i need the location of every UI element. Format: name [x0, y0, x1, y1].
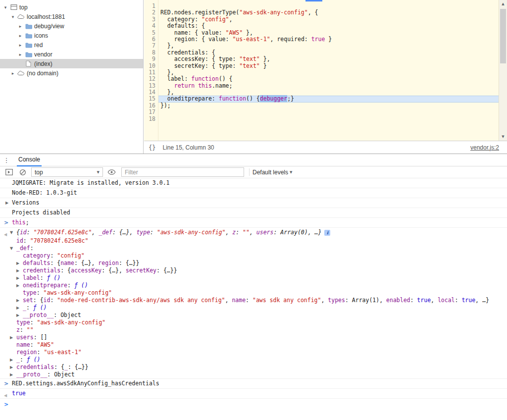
- code-line: ​: [158, 3, 499, 9]
- line-number[interactable]: 16: [144, 103, 158, 109]
- navigator-item-vendor[interactable]: ▸vendor: [0, 50, 143, 59]
- navigator-item-index[interactable]: (index): [0, 59, 143, 68]
- line-number[interactable]: 4: [144, 23, 158, 29]
- code-line: });: [158, 103, 499, 109]
- navigator-item-icons[interactable]: ▸icons: [0, 31, 143, 40]
- chevron-down-icon: ▼: [95, 170, 100, 174]
- line-number[interactable]: 18: [144, 116, 158, 122]
- console-tree-row: z: "": [0, 326, 507, 334]
- line-number[interactable]: 2: [144, 9, 158, 16]
- expand-icon[interactable]: ▸: [17, 24, 24, 29]
- expand-icon[interactable]: ▶: [16, 297, 23, 304]
- line-number[interactable]: 13: [144, 83, 158, 89]
- code-editor[interactable]: 123456789101112131415161718 ​RED.nodes.r…: [144, 0, 507, 141]
- prompt-chevron-icon: >: [4, 401, 8, 408]
- navigator-item-debug-view[interactable]: ▸debug/view: [0, 21, 143, 31]
- collapse-icon[interactable]: ▼: [10, 245, 16, 252]
- file-link[interactable]: vendor.js:2: [470, 144, 499, 151]
- expand-icon[interactable]: ▶: [10, 334, 16, 341]
- line-number[interactable]: 3: [144, 16, 158, 23]
- line-number[interactable]: 8: [144, 50, 158, 56]
- context-selected-label: top: [35, 169, 43, 176]
- console-tree-row: ▶users: []: [0, 334, 507, 341]
- filter-input[interactable]: [121, 167, 244, 177]
- active-tab-indicator: [305, 0, 322, 1]
- line-number[interactable]: 15: [144, 96, 158, 102]
- folder-icon: [24, 52, 33, 57]
- console-panel: ⋮ Console top ▼ Default levels ▼: [0, 154, 507, 420]
- line-number[interactable]: 6: [144, 36, 158, 43]
- console-result: ◀▼{id: "7078024f.625e8c", _def: {…}, typ…: [0, 228, 507, 237]
- console-tree-row: ▶set: {id: "node-red-contrib-aws-sdk-any…: [0, 297, 507, 304]
- line-number[interactable]: 9: [144, 56, 158, 62]
- expand-icon[interactable]: ▶: [10, 364, 16, 371]
- collapse-icon[interactable]: ▼: [10, 229, 16, 236]
- message-text: id: "7078024f.625e8c": [16, 237, 88, 244]
- line-number[interactable]: 5: [144, 30, 158, 36]
- expand-icon[interactable]: ▶: [16, 282, 23, 289]
- code-line: accessKey: { type: "text" },: [158, 56, 499, 62]
- scroll-up-icon[interactable]: ▲: [499, 0, 507, 8]
- navigator-item-label: vendor: [33, 51, 52, 58]
- line-number[interactable]: 12: [144, 76, 158, 82]
- console-tabbar: ⋮ Console: [0, 154, 507, 166]
- line-number[interactable]: 10: [144, 63, 158, 69]
- console-sidebar-icon[interactable]: [3, 167, 14, 177]
- expand-icon[interactable]: ▸: [17, 33, 24, 38]
- line-number[interactable]: 1: [144, 3, 158, 9]
- message-text: set: {id: "node-red-contrib-aws-sdk-any/…: [23, 297, 489, 304]
- message-text: _def:: [16, 245, 34, 252]
- navigator-tree: ▾top▾localhost:1881▸debug/view▸icons▸red…: [0, 2, 143, 78]
- expand-icon[interactable]: ▸: [9, 71, 16, 76]
- message-text: credentials: {_: {…}}: [16, 364, 88, 370]
- collapse-icon[interactable]: ▾: [9, 14, 16, 19]
- expand-icon[interactable]: ▶: [16, 274, 23, 282]
- line-number[interactable]: 17: [144, 109, 158, 115]
- scrollbar-thumb[interactable]: [500, 9, 506, 63]
- expand-icon[interactable]: ▶: [16, 312, 23, 319]
- code-line: ​: [158, 116, 499, 122]
- tab-console[interactable]: Console: [17, 154, 42, 166]
- clear-console-icon[interactable]: [17, 167, 28, 177]
- navigator-item-red[interactable]: ▸red: [0, 40, 143, 50]
- code-line: name: { value: "AWS" },: [158, 30, 499, 36]
- context-selector[interactable]: top ▼: [31, 167, 103, 177]
- scroll-down-icon[interactable]: ▼: [499, 133, 507, 141]
- collapse-icon[interactable]: ▾: [2, 5, 9, 10]
- info-icon[interactable]: i: [324, 230, 330, 236]
- console-tree-row: ▶_: ƒ (): [0, 304, 507, 312]
- command-chevron-icon: >: [4, 380, 8, 387]
- navigator-item-localhost-1881[interactable]: ▾localhost:1881: [0, 12, 143, 21]
- log-levels-dropdown[interactable]: Default levels ▼: [253, 169, 292, 176]
- message-text: z: "": [16, 326, 34, 333]
- chevron-down-icon: ▼: [290, 170, 292, 174]
- expand-icon[interactable]: ▶: [10, 356, 16, 364]
- expand-icon[interactable]: ▶: [10, 371, 16, 378]
- live-expression-eye-icon[interactable]: [106, 167, 117, 177]
- expand-icon[interactable]: ▶: [16, 267, 23, 274]
- navigator-item-top[interactable]: ▾top: [0, 2, 143, 12]
- editor-scrollbar[interactable]: ▲ ▼: [499, 0, 507, 141]
- console-tree-row: type: "aws-sdk-any-config": [0, 289, 507, 297]
- expand-icon[interactable]: ▶: [16, 304, 23, 312]
- navigator-item-no-domain[interactable]: ▸(no domain): [0, 68, 143, 78]
- line-number[interactable]: 11: [144, 69, 158, 76]
- console-output: JQMIGRATE: Migrate is installed, version…: [0, 178, 507, 420]
- console-prompt[interactable]: >: [0, 399, 507, 410]
- console-tree-row: ▶credentials: {accessKey: {…}, secretKey…: [0, 267, 507, 274]
- more-options-icon[interactable]: ⋮: [0, 157, 13, 164]
- console-tree-row: ▼_def:: [0, 245, 507, 252]
- expand-icon[interactable]: ▸: [17, 43, 24, 48]
- expand-icon[interactable]: ▸: [17, 52, 24, 57]
- console-tree-row: ▶__proto__: Object: [0, 371, 507, 379]
- expand-icon[interactable]: ▶: [16, 260, 23, 267]
- code-line: },: [158, 89, 499, 96]
- message-text: __proto__: Object: [16, 371, 75, 378]
- console-tree-row: name: "AWS": [0, 341, 507, 349]
- expand-icon[interactable]: ▶: [5, 199, 12, 207]
- code-line: RED.nodes.registerType("aws-sdk-any-conf…: [158, 9, 499, 16]
- pretty-print-button[interactable]: {}: [149, 144, 155, 151]
- line-number[interactable]: 14: [144, 89, 158, 96]
- editor-code[interactable]: ​RED.nodes.registerType("aws-sdk-any-con…: [158, 0, 499, 141]
- line-number[interactable]: 7: [144, 43, 158, 49]
